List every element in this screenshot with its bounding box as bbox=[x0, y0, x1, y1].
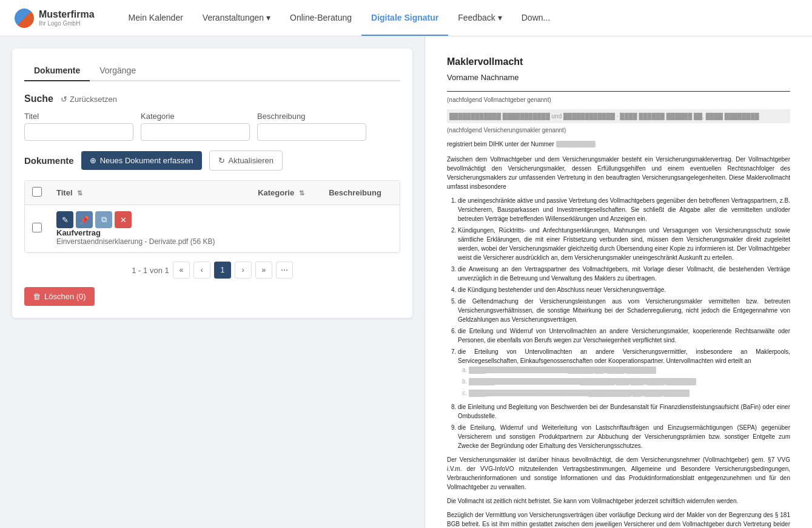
chevron-down-icon: ▾ bbox=[498, 13, 502, 22]
nav-down[interactable]: Down... bbox=[512, 0, 560, 36]
trash-icon: 🗑 bbox=[33, 292, 41, 301]
firm-redacted: ████████████ ███████████ und ███████████… bbox=[447, 109, 790, 123]
sub-redacted-a: ████ Finanz Maklerservice GmbH, ██████ █… bbox=[469, 367, 656, 373]
list-item: die Kündigung bestehender und den Abschl… bbox=[458, 285, 790, 294]
list-item: die Erteilung, Widerruf und Weiterleitun… bbox=[458, 423, 790, 450]
documents-table: Titel ⇅ Kategorie ⇅ Beschreibung bbox=[24, 180, 400, 253]
search-field-beschreibung: Beschreibung bbox=[257, 112, 366, 141]
last-page-button[interactable]: » bbox=[255, 262, 272, 279]
tab-dokumente[interactable]: Dokumente bbox=[24, 61, 90, 81]
page-1-button[interactable]: 1 bbox=[214, 262, 231, 279]
doc-preview-subtitle: Vorname Nachname bbox=[447, 72, 790, 84]
sub-items-list: ████ Finanz Maklerservice GmbH, ██████ █… bbox=[458, 365, 790, 398]
page-end-button[interactable]: ⋯ bbox=[276, 262, 293, 279]
sort-title-icon: ⇅ bbox=[77, 189, 82, 197]
first-page-button[interactable]: « bbox=[173, 262, 190, 279]
doc-name: Kaufvertrag bbox=[56, 228, 243, 237]
main-container: Dokumente Vorgänge Suche ↺ Zurücksetzen bbox=[0, 36, 812, 528]
search-section: Suche ↺ Zurücksetzen Titel Kategorie bbox=[24, 93, 400, 141]
document-preview-panel: Maklervollmacht Vorname Nachname (nachfo… bbox=[424, 36, 812, 528]
body1: Zwischen dem Vollmachtgeber und dem Vers… bbox=[447, 155, 790, 191]
doc-preview-title: Maklervollmacht bbox=[447, 55, 790, 69]
logo-sub: Ihr Logo GmbH bbox=[39, 20, 95, 27]
doc-items-list: die uneingeschränkte aktive und passive … bbox=[447, 196, 790, 450]
divider1 bbox=[447, 91, 790, 92]
row-checkbox[interactable] bbox=[32, 223, 42, 232]
sub-list-item: ████ Finanz Maklerservice GmbH, ██████ █… bbox=[469, 365, 790, 374]
tab-vorgaenge[interactable]: Vorgänge bbox=[90, 61, 146, 81]
search-header: Suche ↺ Zurücksetzen bbox=[24, 93, 400, 104]
documents-card: Dokumente Vorgänge Suche ↺ Zurücksetzen bbox=[12, 49, 412, 318]
list-item: die Geltendmachung der Versicherungsleis… bbox=[458, 297, 790, 324]
doc-sub: Einverstaendniserklaerung - Derivate.pdf… bbox=[56, 237, 243, 246]
logo-name: Musterfirma bbox=[39, 9, 95, 20]
main-nav: Mein Kalender Veranstaltungen ▾ Online-B… bbox=[119, 0, 560, 36]
list-item: die Anweisung an den Vertragspartner des… bbox=[458, 265, 790, 283]
sub-list-item: ████ Makler Qualität Management GmbH, ██… bbox=[469, 388, 790, 398]
col-category: Kategorie ⇅ bbox=[250, 181, 321, 205]
copy-button[interactable]: ⧉ bbox=[95, 211, 112, 228]
label-vollmachtgeber: (nachfolgend Vollmachtgeber genannt) bbox=[447, 95, 790, 104]
row-title-cell: ✎ 📌 ⧉ ✕ Kaufvertrag Einverstaendniserkla… bbox=[49, 205, 250, 252]
edit-button[interactable]: ✎ bbox=[56, 211, 73, 228]
reset-icon: ↺ bbox=[61, 95, 67, 104]
pagination-info: 1 - 1 von 1 bbox=[132, 266, 169, 275]
nav-online-beratung[interactable]: Online-Beratung bbox=[280, 0, 361, 36]
prev-page-button[interactable]: ‹ bbox=[193, 262, 210, 279]
search-field-titel: Titel bbox=[24, 112, 133, 141]
reg-redacted: 0 000 000000 bbox=[556, 141, 596, 147]
document-preview: Maklervollmacht Vorname Nachname (nachfo… bbox=[447, 55, 790, 528]
nav-digitale-signatur[interactable]: Digitale Signatur bbox=[361, 0, 448, 36]
sort-category-icon: ⇅ bbox=[299, 189, 304, 197]
titel-input[interactable] bbox=[24, 123, 133, 141]
list-item: Kündigungen, Rücktritts- und Anfechtungs… bbox=[458, 226, 790, 262]
beschreibung-label: Beschreibung bbox=[257, 112, 366, 121]
select-all-checkbox[interactable] bbox=[32, 187, 42, 197]
titel-label: Titel bbox=[24, 112, 133, 121]
body3: Die Vollmacht ist zeitlich nicht befrist… bbox=[447, 496, 790, 506]
label-versicherungsmakler: (nachfolgend Versicherungsmakler genannt… bbox=[447, 126, 790, 135]
next-page-button[interactable]: › bbox=[235, 262, 252, 279]
refresh-button[interactable]: ↻ Aktualisieren bbox=[209, 151, 283, 171]
plus-icon: ⊕ bbox=[90, 156, 96, 165]
header: Musterfirma Ihr Logo GmbH Mein Kalender … bbox=[0, 0, 812, 36]
pin-button[interactable]: 📌 bbox=[76, 211, 93, 228]
search-title: Suche bbox=[24, 93, 53, 104]
list-item: die uneingeschränkte aktive und passive … bbox=[458, 196, 790, 223]
list-item: die Erteilung von Untervollmachten an an… bbox=[458, 347, 790, 398]
beschreibung-input[interactable] bbox=[257, 123, 366, 141]
body4: Bezüglich der Vermittlung von Versicheru… bbox=[447, 510, 790, 529]
refresh-icon: ↻ bbox=[218, 156, 225, 165]
nav-veranstaltungen[interactable]: Veranstaltungen ▾ bbox=[193, 0, 280, 36]
list-item: die Einleitung und Begleitung von Beschw… bbox=[458, 402, 790, 421]
row-description-cell bbox=[321, 205, 400, 252]
delete-selected-button[interactable]: 🗑 Löschen (0) bbox=[24, 287, 95, 306]
reset-button[interactable]: ↺ Zurücksetzen bbox=[61, 95, 117, 104]
reg-line: registriert beim DIHK unter der Nummer 0… bbox=[447, 140, 790, 149]
table-row: ✎ 📌 ⧉ ✕ Kaufvertrag Einverstaendniserkla… bbox=[25, 205, 400, 252]
kategorie-input[interactable] bbox=[141, 123, 250, 141]
chevron-down-icon: ▾ bbox=[266, 13, 270, 22]
documents-header: Dokumente ⊕ Neues Dokument erfassen ↻ Ak… bbox=[24, 151, 400, 171]
list-item: die Erteilung und Widerruf von Untervoll… bbox=[458, 327, 790, 345]
nav-feedback[interactable]: Feedback ▾ bbox=[448, 0, 511, 36]
logo-text: Musterfirma Ihr Logo GmbH bbox=[39, 9, 95, 27]
col-description: Beschreibung bbox=[321, 181, 400, 205]
nav-mein-kalender[interactable]: Mein Kalender bbox=[119, 0, 193, 36]
sub-list-item: ██████ Servicegesellschaft für Makler, █… bbox=[469, 377, 790, 386]
search-fields: Titel Kategorie Beschreibung bbox=[24, 112, 400, 141]
col-title: Titel ⇅ bbox=[49, 181, 250, 205]
logo-icon bbox=[15, 8, 34, 28]
new-document-button[interactable]: ⊕ Neues Dokument erfassen bbox=[81, 151, 202, 170]
body2: Der Versicherungsmakler ist darüber hina… bbox=[447, 455, 790, 492]
tabs: Dokumente Vorgänge bbox=[24, 61, 400, 81]
kategorie-label: Kategorie bbox=[141, 112, 250, 121]
logo-area: Musterfirma Ihr Logo GmbH bbox=[15, 8, 95, 28]
delete-row-button[interactable]: ✕ bbox=[115, 211, 132, 228]
pagination: 1 - 1 von 1 « ‹ 1 › » ⋯ bbox=[24, 262, 400, 279]
left-panel: Dokumente Vorgänge Suche ↺ Zurücksetzen bbox=[0, 36, 424, 528]
sub-redacted-c: ████ Makler Qualität Management GmbH, ██… bbox=[469, 390, 690, 396]
sub-redacted-b: ██████ Servicegesellschaft für Makler, █… bbox=[469, 378, 696, 385]
search-field-kategorie: Kategorie bbox=[141, 112, 250, 141]
documents-title: Dokumente bbox=[24, 155, 74, 166]
